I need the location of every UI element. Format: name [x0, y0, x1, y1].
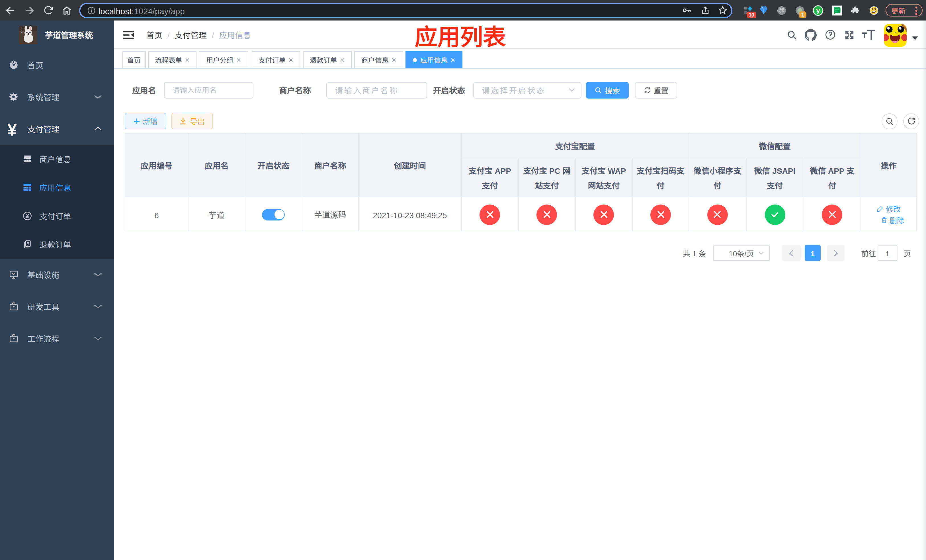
svg-text:y: y: [816, 7, 820, 14]
svg-text:⌘: ⌘: [779, 7, 784, 14]
